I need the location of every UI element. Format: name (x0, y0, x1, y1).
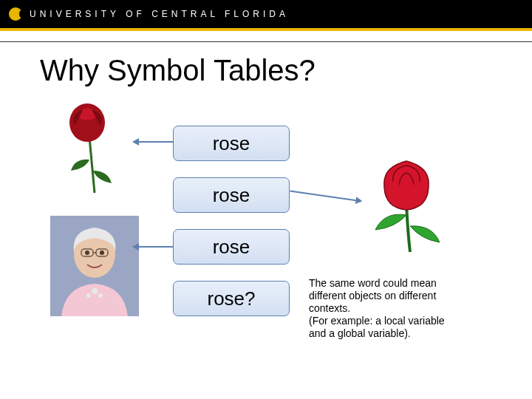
label-rose-3: rose (173, 229, 290, 265)
gold-divider (0, 28, 532, 31)
image-rose-clipart (355, 152, 458, 256)
svg-line-0 (89, 137, 95, 193)
label-rose-1: rose (173, 126, 290, 161)
svg-point-10 (86, 293, 91, 298)
university-name: UNIVERSITY OF CENTRAL FLORIDA (30, 9, 289, 19)
slide-content: rose rose rose rose? The same word could… (0, 87, 532, 398)
label-rose-4: rose? (173, 281, 290, 316)
image-person-rose (50, 216, 139, 316)
rose-photo-icon (49, 100, 137, 197)
label-rose-2: rose (173, 177, 290, 213)
image-rose-photo (49, 100, 137, 197)
caption-text: The same word could mean different objec… (309, 277, 499, 340)
header-bar: UNIVERSITY OF CENTRAL FLORIDA (0, 0, 532, 28)
svg-point-9 (92, 288, 98, 294)
svg-point-5 (100, 250, 104, 255)
pointer-3 (137, 246, 173, 248)
svg-point-4 (85, 250, 89, 255)
rose-clipart-icon (355, 152, 458, 256)
ucf-logo-icon (9, 7, 22, 21)
pointer-2 (290, 191, 357, 201)
person-photo-icon (50, 216, 139, 316)
pointer-1 (137, 141, 173, 143)
slide-title: Why Symbol Tables? (40, 54, 532, 87)
svg-point-11 (98, 293, 103, 298)
thin-divider (0, 41, 532, 42)
